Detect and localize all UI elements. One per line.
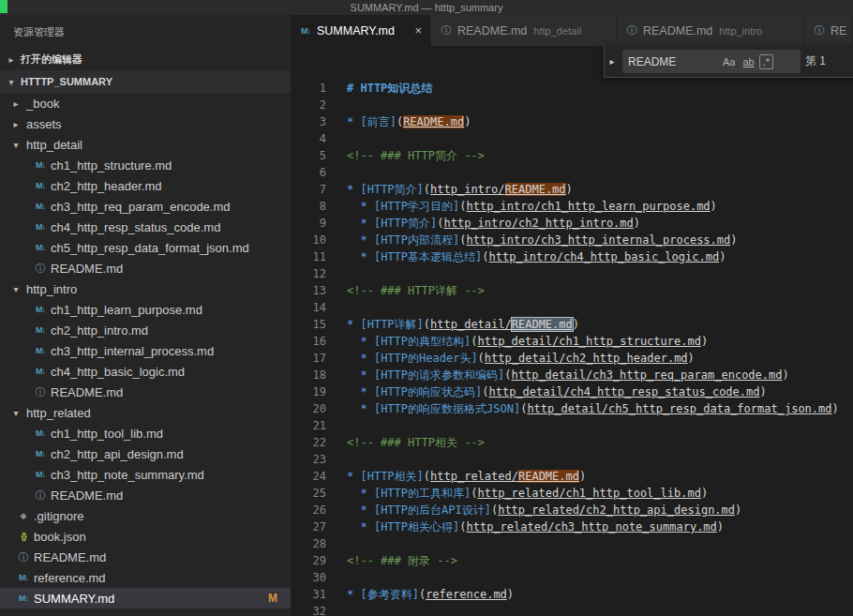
markdown-icon: M↓ <box>32 181 49 190</box>
tree-file-README.md[interactable]: ⓘREADME.md <box>0 485 291 505</box>
line-text: * [参考资料](reference.md) <box>326 586 514 603</box>
tab-description: http_detail <box>533 25 581 37</box>
match-case-icon[interactable]: Aa <box>720 55 738 68</box>
vscode-window: SUMMARY.md — htttp_summary 资源管理器 ▸ 打开的编辑… <box>0 0 853 616</box>
editor-area: M↓SUMMARY.md×ⓘREADME.mdhttp_detailⓘREADM… <box>291 15 853 616</box>
tree-file-README.md[interactable]: ⓘREADME.md <box>0 258 291 278</box>
file-label: ch5_http_resp_data_format_json.md <box>51 241 249 255</box>
line-text: <!-- ### HTTP相关 --> <box>326 434 485 451</box>
line-number: 19 <box>291 383 326 400</box>
tree-file-ch3_http_req_param_encode.md[interactable]: M↓ch3_http_req_param_encode.md <box>0 196 291 217</box>
line-text <box>326 97 347 113</box>
line-text: * [HTTP详解](http_detail/README.md) <box>326 316 579 333</box>
project-section-header[interactable]: ▾ HTTTP_SUMMARY <box>0 70 291 93</box>
code-line: 28 <box>291 535 853 552</box>
line-number: 26 <box>291 502 326 518</box>
tree-file-ch4_http_basic_logic.md[interactable]: M↓ch4_http_basic_logic.md <box>0 361 291 382</box>
code-line: 26 * [HTTP的后台API设计](http_related/ch2_htt… <box>291 502 853 518</box>
file-label: http_detail <box>26 138 82 152</box>
markdown-icon: M↓ <box>15 593 32 603</box>
code-line: 14 <box>291 299 853 316</box>
tree-file-ch2_http_api_design.md[interactable]: M↓ch2_http_api_design.md <box>0 443 291 464</box>
tab-label: README.md <box>643 24 712 38</box>
tree-file-ch2_http_header.md[interactable]: M↓ch2_http_header.md <box>0 175 291 196</box>
line-text: * [HTTP的响应状态码](http_detail/ch4_http_resp… <box>326 383 767 400</box>
line-number: 6 <box>291 164 326 181</box>
code-editor[interactable]: 1# HTTP知识总结23* [前言](README.md)45<!-- ###… <box>291 46 853 616</box>
tree-file-ch2_http_intro.md[interactable]: M↓ch2_http_intro.md <box>0 320 291 340</box>
project-label: HTTTP_SUMMARY <box>21 76 112 87</box>
code-line: 21 <box>291 417 853 434</box>
close-icon[interactable]: × <box>414 23 422 38</box>
line-text <box>326 417 347 434</box>
open-editors-section[interactable]: ▸ 打开的编辑器 <box>0 48 291 70</box>
line-number: 22 <box>291 434 326 451</box>
file-label: SUMMARY.md <box>34 592 114 606</box>
info-icon: ⓘ <box>15 550 32 564</box>
tree-file-reference.md[interactable]: M↓reference.md <box>0 567 291 588</box>
recording-indicator <box>0 0 7 13</box>
markdown-icon: M↓ <box>32 367 49 376</box>
chevron-down-icon: ▾ <box>7 284 24 294</box>
code-line: 17 * [HTTP的Header头](http_detail/ch2_http… <box>291 350 853 367</box>
file-label: ch3_http_internal_process.md <box>51 344 214 358</box>
find-widget: ▸ Aa ab .* 第 1 <box>604 46 853 78</box>
code-line: 13<!-- ### HTTP详解 --> <box>291 282 853 299</box>
tree-file-.gitignore[interactable]: ◆.gitignore <box>0 505 291 526</box>
tree-file-ch1_http_structure.md[interactable]: M↓ch1_http_structure.md <box>0 155 291 175</box>
tree-folder-assets[interactable]: ▸assets <box>0 113 291 134</box>
line-text: * [HTTP基本逻辑总结](http_intro/ch4_http_basic… <box>326 248 726 265</box>
markdown-icon: M↓ <box>299 26 312 36</box>
tab-RE[interactable]: ⓘRE <box>804 15 853 46</box>
line-number: 15 <box>291 316 326 333</box>
find-toggle-chevron-icon[interactable]: ▸ <box>606 56 618 67</box>
code-line: 3* [前言](README.md) <box>291 113 853 130</box>
tree-file-ch5_http_resp_data_format_json.md[interactable]: M↓ch5_http_resp_data_format_json.md <box>0 237 291 258</box>
whole-word-icon[interactable]: ab <box>740 55 756 68</box>
line-number: 27 <box>291 518 326 535</box>
line-number: 5 <box>291 147 326 164</box>
file-label: book.json <box>34 530 86 544</box>
line-text <box>326 164 347 181</box>
file-label: _book <box>26 97 59 111</box>
markdown-icon: M↓ <box>15 573 32 582</box>
tab-SUMMARY.md[interactable]: M↓SUMMARY.md× <box>291 15 431 46</box>
code-line: 1# HTTP知识总结 <box>291 80 853 97</box>
tree-file-ch4_http_resp_status_code.md[interactable]: M↓ch4_http_resp_status_code.md <box>0 217 291 237</box>
tree-folder-http_intro[interactable]: ▾http_intro <box>0 278 291 299</box>
line-number: 7 <box>291 181 326 198</box>
code-line: 7* [HTTP简介](http_intro/README.md) <box>291 181 853 198</box>
tab-README.md-http_intro[interactable]: ⓘREADME.mdhttp_intro <box>617 15 804 46</box>
tab-README.md-http_detail[interactable]: ⓘREADME.mdhttp_detail <box>431 15 617 46</box>
line-text <box>326 603 347 616</box>
file-label: http_related <box>26 406 91 420</box>
tree-file-ch1_http_learn_purpose.md[interactable]: M↓ch1_http_learn_purpose.md <box>0 299 291 320</box>
file-label: ch2_http_header.md <box>51 179 162 193</box>
line-number: 16 <box>291 333 326 350</box>
line-text: <!-- ### 附录 --> <box>326 552 457 569</box>
tree-folder-http_detail[interactable]: ▾http_detail <box>0 134 291 155</box>
tree-file-book.json[interactable]: {}book.json <box>0 526 291 547</box>
code-line: 27 * [HTTP相关心得](http_related/ch3_http_no… <box>291 518 853 535</box>
find-match-count: 第 1 <box>805 53 826 69</box>
tree-file-ch1_http_tool_lib.md[interactable]: M↓ch1_http_tool_lib.md <box>0 423 291 443</box>
line-number: 32 <box>291 603 326 616</box>
code-line: 6 <box>291 164 853 181</box>
tree-file-ch3_http_internal_process.md[interactable]: M↓ch3_http_internal_process.md <box>0 340 291 361</box>
regex-icon[interactable]: .* <box>759 54 773 69</box>
tree-folder-http_related[interactable]: ▾http_related <box>0 402 291 423</box>
tab-label: RE <box>831 24 846 38</box>
tree-file-ch3_http_note_summary.md[interactable]: M↓ch3_http_note_summary.md <box>0 464 291 485</box>
chevron-right-icon: ▸ <box>7 98 24 109</box>
tree-file-SUMMARY.md[interactable]: M↓SUMMARY.mdM <box>0 588 291 608</box>
line-number: 1 <box>291 80 326 97</box>
tree-file-README.md[interactable]: ⓘREADME.md <box>0 382 291 402</box>
line-text: * [HTTP相关心得](http_related/ch3_http_note_… <box>326 518 724 535</box>
code-line: 5<!-- ### HTTP简介 --> <box>291 147 853 164</box>
code-line: 24* [HTTP相关](http_related/README.md) <box>291 468 853 485</box>
tree-file-README.md[interactable]: ⓘREADME.md <box>0 547 291 567</box>
title-bar: SUMMARY.md — htttp_summary <box>0 0 853 15</box>
find-input[interactable] <box>628 55 718 68</box>
line-text: * [前言](README.md) <box>326 113 471 130</box>
tree-folder-_book[interactable]: ▸_book <box>0 93 291 113</box>
